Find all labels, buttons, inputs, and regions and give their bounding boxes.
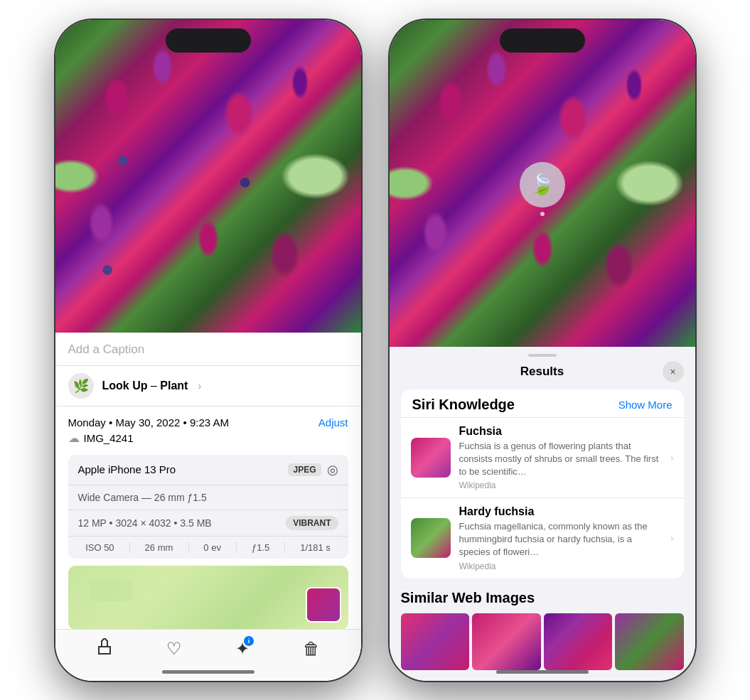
hardy-fuchsia-desc: Fuchsia magellanica, commonly known as t… [459,520,662,559]
siri-visual-lookup-button[interactable]: 🍃 [520,162,565,208]
share-button[interactable] [96,638,113,659]
show-more-button[interactable]: Show More [618,399,673,411]
lookup-icon: 🌿 [68,373,94,399]
hardy-fuchsia-source: Wikipedia [459,561,662,571]
home-indicator-right [496,670,589,674]
flower-photo-left[interactable] [55,20,361,333]
lookup-label: Look Up – Plant [102,379,188,392]
similar-image-1[interactable] [401,613,470,670]
vibrant-badge: VIBRANT [286,516,338,530]
results-panel: Results × Siri Knowledge Show More [390,347,695,681]
date-text: Monday • May 30, 2022 • 9:23 AM [68,416,229,429]
siri-knowledge-section: Siri Knowledge Show More Fuchsia Fuchsia… [401,389,684,578]
exif-focal: 26 mm [145,542,173,553]
favorite-button[interactable]: ♡ [166,639,182,659]
similar-images-section: Similar Web Images [401,587,684,670]
cloud-icon: ☁ [68,431,80,445]
right-phone-screen: 🍃 Results × Siri Knowl [390,20,695,681]
hardy-fuchsia-thumbnail [411,518,451,558]
camera-res-text: 12 MP • 3024 × 4032 • 3.5 MB [78,517,212,529]
right-phone: 🍃 Results × Siri Knowl [390,20,695,681]
fuchsia-desc: Fuchsia is a genus of flowering plants t… [459,440,662,479]
camera-resolution-row: 12 MP • 3024 × 4032 • 3.5 MB VIBRANT [68,510,348,536]
exif-aperture: ƒ1.5 [252,542,269,553]
similar-image-3[interactable] [544,613,613,670]
hardy-fuchsia-name: Hardy fuchsia [459,505,662,518]
fuchsia-source: Wikipedia [459,480,662,490]
home-indicator [162,670,255,674]
siri-knowledge-title: Siri Knowledge [412,397,515,413]
left-phone: Add a Caption 🌿 Look Up – Plant › Monday… [55,20,361,681]
hardy-fuchsia-text: Hardy fuchsia Fuchsia magellanica, commo… [459,505,662,571]
caption-placeholder[interactable]: Add a Caption [68,343,145,356]
exif-shutter: 1/181 s [300,542,331,553]
fuchsia-name: Fuchsia [459,425,662,438]
results-title: Results [422,365,663,379]
camera-info-box: Apple iPhone 13 Pro JPEG ◎ Wide Camera —… [68,455,348,559]
camera-detail-row: Wide Camera — 26 mm ƒ1.5 [68,485,348,510]
delete-button[interactable]: 🗑 [303,639,320,659]
map-thumbnail[interactable] [68,566,348,630]
exif-ev: 0 ev [203,542,221,553]
similar-images-title: Similar Web Images [401,587,684,613]
close-button[interactable]: × [663,361,684,382]
knowledge-item-hardy-fuchsia[interactable]: Hardy fuchsia Fuchsia magellanica, commo… [401,497,684,578]
camera-model-text: Apple iPhone 13 Pro [78,463,176,475]
jpeg-badge: JPEG [288,463,321,476]
filename-text: IMG_4241 [84,432,134,444]
flower-overlay [55,20,361,333]
similar-image-2[interactable] [472,613,541,670]
camera-wide-text: Wide Camera — 26 mm ƒ1.5 [78,492,207,503]
results-header: Results × [390,357,695,389]
siri-knowledge-header: Siri Knowledge Show More [401,389,684,417]
caption-area[interactable]: Add a Caption [55,333,361,366]
fuchsia-thumbnail [411,438,451,478]
info-notification-dot: i [244,636,254,646]
info-button[interactable]: ✦ i [235,639,250,659]
lookup-row[interactable]: 🌿 Look Up – Plant › [55,366,361,406]
flower-photo-right[interactable]: 🍃 [390,20,695,347]
fuchsia-text: Fuchsia Fuchsia is a genus of flowering … [459,425,662,491]
exif-iso: ISO 50 [85,542,114,553]
siri-dot-indicator [540,212,545,216]
fuchsia-chevron-icon: › [670,452,674,463]
left-phone-screen: Add a Caption 🌿 Look Up – Plant › Monday… [55,20,361,681]
exif-row: ISO 50 26 mm 0 ev ƒ1.5 1/181 s [68,536,348,559]
similar-image-4[interactable] [615,613,684,670]
map-photo-thumb [306,587,341,623]
hardy-fuchsia-chevron-icon: › [670,532,674,544]
similar-images-row [401,613,684,670]
camera-model-row: Apple iPhone 13 Pro JPEG ◎ [68,455,348,485]
lookup-chevron-icon: › [198,380,201,392]
knowledge-item-fuchsia[interactable]: Fuchsia Fuchsia is a genus of flowering … [401,417,684,498]
date-row: Monday • May 30, 2022 • 9:23 AM Adjust ☁… [55,406,361,448]
adjust-button[interactable]: Adjust [318,416,348,429]
camera-badges: JPEG ◎ [288,462,338,478]
location-icon: ◎ [327,462,338,478]
